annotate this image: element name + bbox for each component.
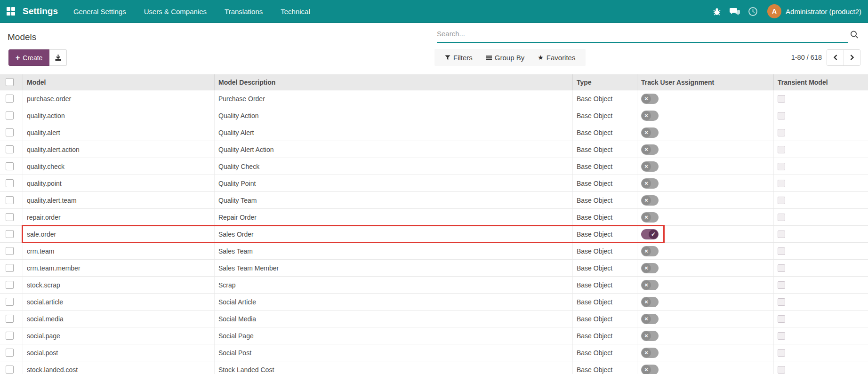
transient-model-checkbox[interactable] xyxy=(778,281,785,289)
row-checkbox[interactable] xyxy=(6,366,14,374)
table-row[interactable]: quality.action Quality Action Base Objec… xyxy=(0,107,868,124)
row-checkbox[interactable] xyxy=(6,264,14,272)
search-input[interactable] xyxy=(437,25,848,43)
type-cell[interactable]: Base Object xyxy=(572,141,637,158)
messages-button[interactable] xyxy=(726,0,744,23)
type-cell[interactable]: Base Object xyxy=(572,327,637,344)
transient-model-checkbox[interactable] xyxy=(778,214,785,221)
user-menu[interactable]: Administrator (product2) xyxy=(786,8,861,16)
type-cell[interactable]: Base Object xyxy=(572,294,637,310)
activities-button[interactable] xyxy=(744,0,762,23)
type-cell[interactable]: Base Object xyxy=(572,209,637,225)
model-description-cell[interactable]: Social Post xyxy=(214,344,572,361)
export-button[interactable] xyxy=(49,49,67,66)
model-cell[interactable]: quality.check xyxy=(23,158,214,175)
type-cell[interactable]: Base Object xyxy=(572,226,637,242)
app-title[interactable]: Settings xyxy=(22,6,64,16)
filters-button[interactable]: Filters xyxy=(439,49,478,66)
row-checkbox[interactable] xyxy=(6,332,14,340)
transient-model-checkbox[interactable] xyxy=(778,95,785,103)
row-checkbox[interactable] xyxy=(6,281,14,289)
table-row[interactable]: quality.alert.action Quality Alert Actio… xyxy=(0,141,868,158)
row-checkbox[interactable] xyxy=(6,111,14,119)
type-cell[interactable]: Base Object xyxy=(572,192,637,208)
model-cell[interactable]: stock.landed.cost xyxy=(23,361,214,374)
model-cell[interactable]: quality.alert xyxy=(23,124,214,141)
track-user-toggle[interactable] xyxy=(641,229,659,239)
model-cell[interactable]: quality.point xyxy=(23,175,214,191)
transient-model-checkbox[interactable] xyxy=(778,180,785,187)
track-user-toggle[interactable] xyxy=(641,212,659,223)
model-description-cell[interactable]: Social Media xyxy=(214,310,572,327)
track-user-toggle[interactable] xyxy=(641,127,659,138)
track-user-toggle[interactable] xyxy=(641,297,659,307)
table-row[interactable]: stock.scrap Scrap Base Object xyxy=(0,277,868,294)
track-user-toggle[interactable] xyxy=(641,195,659,206)
track-user-toggle[interactable] xyxy=(641,178,659,189)
transient-model-checkbox[interactable] xyxy=(778,298,785,306)
model-cell[interactable]: quality.action xyxy=(23,107,214,124)
model-cell[interactable]: crm.team.member xyxy=(23,260,214,276)
model-description-cell[interactable]: Purchase Order xyxy=(214,90,572,107)
row-checkbox[interactable] xyxy=(6,230,14,238)
transient-model-checkbox[interactable] xyxy=(778,146,785,153)
nav-item-general-settings[interactable]: General Settings xyxy=(64,0,135,23)
track-user-toggle[interactable] xyxy=(641,94,659,104)
transient-model-checkbox[interactable] xyxy=(778,112,785,119)
row-checkbox[interactable] xyxy=(6,315,14,323)
transient-model-checkbox[interactable] xyxy=(778,264,785,272)
model-cell[interactable]: crm.team xyxy=(23,243,214,259)
model-description-cell[interactable]: Sales Team xyxy=(214,243,572,259)
track-user-toggle[interactable] xyxy=(641,314,659,324)
type-cell[interactable]: Base Object xyxy=(572,90,637,107)
model-description-cell[interactable]: Repair Order xyxy=(214,209,572,225)
model-description-cell[interactable]: Sales Order xyxy=(214,226,572,242)
type-cell[interactable]: Base Object xyxy=(572,260,637,276)
model-description-cell[interactable]: Quality Alert xyxy=(214,124,572,141)
transient-model-checkbox[interactable] xyxy=(778,366,785,374)
model-description-cell[interactable]: Quality Team xyxy=(214,192,572,208)
row-checkbox[interactable] xyxy=(6,213,14,221)
row-checkbox[interactable] xyxy=(6,162,14,170)
track-user-toggle[interactable] xyxy=(641,161,659,172)
select-all-checkbox[interactable] xyxy=(6,78,14,86)
table-row[interactable]: sale.order Sales Order Base Object xyxy=(0,226,868,243)
model-cell[interactable]: quality.alert.action xyxy=(23,141,214,158)
pager-previous-button[interactable] xyxy=(827,50,844,65)
table-row[interactable]: quality.alert Quality Alert Base Object xyxy=(0,124,868,141)
type-cell[interactable]: Base Object xyxy=(572,158,637,175)
model-cell[interactable]: social.article xyxy=(23,294,214,310)
column-header-transient-model[interactable]: Transient Model xyxy=(773,74,868,90)
model-cell[interactable]: purchase.order xyxy=(23,90,214,107)
model-cell[interactable]: social.post xyxy=(23,344,214,361)
track-user-toggle[interactable] xyxy=(641,280,659,290)
transient-model-checkbox[interactable] xyxy=(778,163,785,170)
model-cell[interactable]: quality.alert.team xyxy=(23,192,214,208)
track-user-toggle[interactable] xyxy=(641,331,659,341)
nav-item-users-companies[interactable]: Users & Companies xyxy=(135,0,216,23)
create-button[interactable]: + Create xyxy=(8,49,49,66)
type-cell[interactable]: Base Object xyxy=(572,243,637,259)
model-description-cell[interactable]: Quality Check xyxy=(214,158,572,175)
model-description-cell[interactable]: Stock Landed Cost xyxy=(214,361,572,374)
type-cell[interactable]: Base Object xyxy=(572,175,637,191)
apps-menu-button[interactable] xyxy=(0,0,22,23)
row-checkbox[interactable] xyxy=(6,95,14,103)
pager-next-button[interactable] xyxy=(844,50,860,65)
row-checkbox[interactable] xyxy=(6,349,14,357)
table-row[interactable]: repair.order Repair Order Base Object xyxy=(0,209,868,226)
user-avatar[interactable]: A xyxy=(767,4,781,18)
table-row[interactable]: purchase.order Purchase Order Base Objec… xyxy=(0,90,868,107)
transient-model-checkbox[interactable] xyxy=(778,197,785,204)
track-user-toggle[interactable] xyxy=(641,144,659,155)
table-row[interactable]: social.page Social Page Base Object xyxy=(0,327,868,344)
table-row[interactable]: social.post Social Post Base Object xyxy=(0,344,868,361)
table-row[interactable]: crm.team Sales Team Base Object xyxy=(0,243,868,260)
nav-item-translations[interactable]: Translations xyxy=(216,0,272,23)
model-description-cell[interactable]: Social Page xyxy=(214,327,572,344)
row-checkbox[interactable] xyxy=(6,298,14,306)
model-description-cell[interactable]: Scrap xyxy=(214,277,572,293)
table-row[interactable]: social.media Social Media Base Object xyxy=(0,310,868,327)
table-row[interactable]: quality.point Quality Point Base Object xyxy=(0,175,868,192)
table-row[interactable]: quality.alert.team Quality Team Base Obj… xyxy=(0,192,868,209)
